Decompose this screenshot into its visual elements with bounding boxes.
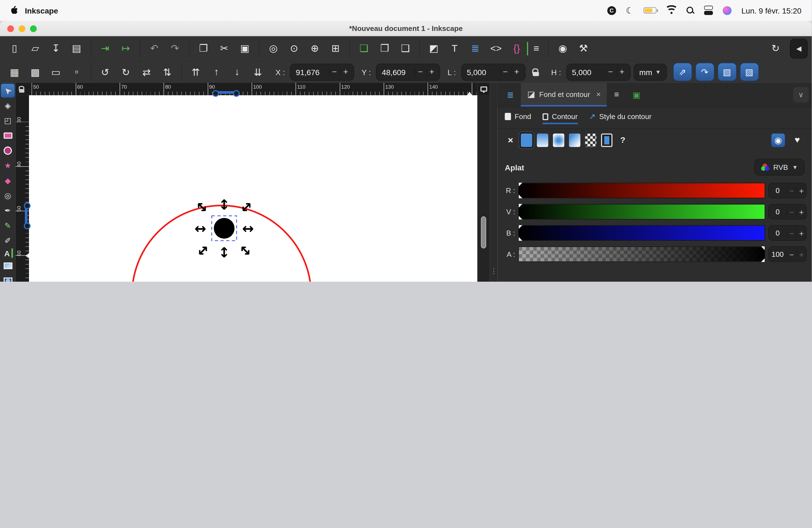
slider-handle[interactable] (761, 246, 765, 250)
scale-handle-top[interactable]: ↕ (217, 198, 231, 211)
deselect-icon[interactable]: ▭ (46, 62, 66, 82)
close-icon[interactable]: × (594, 89, 601, 98)
save-document-icon[interactable]: ↧ (46, 39, 66, 58)
spiral-tool[interactable]: ◎ (1, 188, 15, 203)
import-icon[interactable]: ⇥ (95, 39, 115, 58)
tab-align[interactable]: ≡ (608, 83, 625, 107)
width-minus-button[interactable]: − (500, 68, 510, 77)
wifi-icon[interactable] (666, 6, 677, 14)
slider-spin[interactable]: 0−+ (768, 183, 807, 198)
selection-to-bbox-icon[interactable]: ▫ (66, 62, 87, 82)
duplicate-icon[interactable]: ❏ (353, 39, 374, 58)
rotate-cw-icon[interactable]: ↻ (115, 62, 136, 82)
scale-handle-left[interactable]: ↔ (193, 221, 207, 235)
paint-unknown-button[interactable]: ? (617, 134, 628, 147)
lower-icon[interactable]: ↓ (227, 62, 247, 82)
zoom-center-page-icon[interactable]: ⊕ (304, 39, 325, 58)
canvas[interactable]: ↕ ↕ ↔ ↔ ↔ ↔ ↔ ↔ (29, 95, 477, 282)
slider-handle[interactable] (519, 204, 522, 208)
copy-icon[interactable]: ❐ (193, 39, 214, 58)
x-minus-button[interactable]: − (329, 68, 339, 77)
slider-minus-button[interactable]: − (786, 186, 796, 195)
subtab-style-contour[interactable]: ↗Style du contour (589, 112, 652, 125)
document-properties-icon[interactable]: {} (506, 39, 527, 58)
slider-plus-button[interactable]: + (796, 250, 806, 259)
paint-radial-gradient-button[interactable] (553, 134, 564, 147)
slider-value[interactable]: 0 (769, 229, 787, 237)
slider-handle[interactable] (761, 258, 765, 262)
collapse-snapbar-button[interactable]: ◀ (790, 39, 808, 58)
raise-to-top-icon[interactable]: ⇈ (185, 62, 206, 82)
text-dialog-icon[interactable]: T (444, 39, 465, 58)
y-plus-button[interactable]: + (426, 68, 437, 77)
height-field[interactable]: 5,000 − + (566, 63, 630, 80)
flip-horizontal-icon[interactable]: ⇄ (136, 62, 157, 82)
paint-flat-button[interactable] (521, 134, 532, 147)
snap-controls-icon[interactable]: ↻ (765, 39, 786, 58)
x-plus-button[interactable]: + (340, 68, 350, 77)
vertical-scrollbar[interactable] (477, 95, 490, 282)
panel-collapse-button[interactable]: ∨ (793, 87, 809, 102)
flip-vertical-icon[interactable]: ⇅ (157, 62, 178, 82)
slider-minus-button[interactable]: − (786, 229, 796, 237)
guide-lock-icon[interactable] (19, 86, 25, 92)
cleanmymac-icon[interactable]: C (607, 6, 616, 15)
lower-to-bottom-icon[interactable]: ⇊ (247, 62, 268, 82)
slider-plus-button[interactable]: + (796, 207, 806, 216)
horizontal-ruler[interactable]: 5060708090100110120130140 (29, 83, 477, 95)
scale-handle-bottom[interactable]: ↕ (217, 246, 231, 259)
align-distribute-icon[interactable]: ≡ (527, 42, 545, 55)
tab-fill-stroke[interactable]: ◪ Fond et contour × (521, 83, 607, 107)
apple-menu-icon[interactable] (10, 5, 18, 15)
zoom-window-button[interactable] (30, 25, 37, 32)
slider-handle[interactable] (519, 216, 522, 220)
node-tool[interactable]: ◈ (1, 98, 15, 113)
layers-dialog-icon[interactable]: ≣ (465, 39, 485, 58)
scale-stroke-toggle[interactable]: ⇗ (673, 63, 692, 81)
select-all-icon[interactable]: ▦ (4, 62, 25, 82)
x-value[interactable]: 91,676 (296, 68, 328, 76)
undo-icon[interactable]: ↶ (144, 39, 164, 58)
create-clone-icon[interactable]: ❒ (374, 39, 395, 58)
zoom-page-icon[interactable]: ⊙ (284, 39, 304, 58)
y-minus-button[interactable]: − (415, 68, 425, 77)
spotlight-search-icon[interactable] (686, 6, 694, 14)
paint-none-button[interactable]: × (505, 134, 516, 147)
black-dot-shape[interactable] (214, 218, 234, 239)
gradient-tool[interactable] (1, 258, 15, 273)
menu-clock[interactable]: Lun. 9 févr. 15:20 (741, 6, 801, 15)
slider-value[interactable]: 100 (769, 250, 787, 258)
width-field[interactable]: 5,000 − + (461, 63, 525, 80)
slider-handle[interactable] (519, 183, 522, 186)
slider-minus-button[interactable]: − (786, 250, 796, 259)
siri-icon[interactable] (723, 6, 731, 15)
tab-layers[interactable]: ≣ (501, 83, 520, 107)
colorspace-dropdown[interactable]: RVB ▼ (754, 159, 804, 175)
box3d-tool[interactable]: ◆ (1, 173, 15, 188)
preferences-icon[interactable]: ⚒ (573, 39, 594, 58)
scale-handle-right[interactable]: ↔ (242, 221, 255, 235)
subtab-contour[interactable]: Contour (542, 113, 578, 124)
text-tool[interactable]: A (2, 249, 13, 258)
redo-icon[interactable]: ↷ (164, 39, 185, 58)
cut-icon[interactable]: ✂ (214, 39, 234, 58)
slider-track-v[interactable] (518, 204, 765, 220)
paint-swatch-button[interactable] (601, 134, 612, 147)
scale-corners-toggle[interactable]: ↷ (695, 63, 714, 81)
height-minus-button[interactable]: − (605, 68, 615, 77)
shape-builder-tool[interactable]: ◰ (1, 114, 15, 128)
select-all-layers-icon[interactable]: ▩ (25, 62, 46, 82)
paste-icon[interactable]: ▣ (234, 39, 255, 58)
slider-value[interactable]: 0 (769, 208, 787, 216)
height-value[interactable]: 5,000 (572, 68, 604, 76)
rotate-ccw-icon[interactable]: ↺ (95, 62, 115, 82)
move-patterns-toggle[interactable]: ▨ (740, 63, 759, 81)
vscroll-thumb[interactable] (481, 217, 486, 249)
subtab-fond[interactable]: Fond (505, 113, 531, 124)
ellipse-tool[interactable] (1, 143, 15, 158)
slider-handle[interactable] (519, 195, 522, 198)
slider-plus-button[interactable]: + (796, 229, 806, 237)
calligraphy-tool[interactable]: ✐ (1, 233, 15, 248)
fill-rule-nonzero-button[interactable]: ◉ (771, 133, 785, 147)
close-window-button[interactable] (7, 25, 14, 32)
